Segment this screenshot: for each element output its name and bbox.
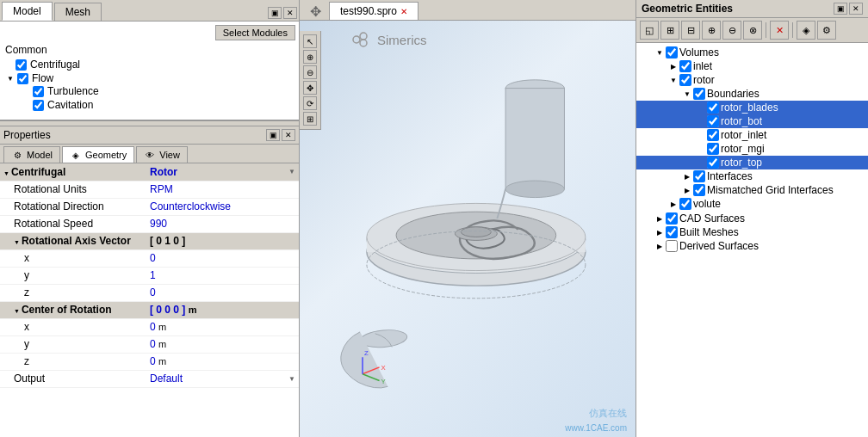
toolbar-remove-btn[interactable]: ⊟ bbox=[681, 21, 700, 40]
rotor-blades-checkbox[interactable] bbox=[707, 102, 719, 114]
inlet-checkbox[interactable] bbox=[679, 60, 691, 72]
rotor-expand-icon[interactable]: ▼ bbox=[667, 77, 679, 84]
props-section-centrifugal: ▼Centrifugal bbox=[0, 163, 146, 181]
centrifugal-checkbox[interactable] bbox=[16, 59, 27, 71]
toolbar-settings-btn[interactable]: ⚙ bbox=[817, 21, 836, 40]
cor-z-value[interactable]: 0 m bbox=[146, 353, 299, 370]
toolbar-x-btn[interactable]: ✕ bbox=[770, 21, 789, 40]
nav-icon-3[interactable]: ⊖ bbox=[303, 65, 317, 79]
select-modules-button[interactable]: Select Modules bbox=[215, 25, 295, 40]
axis-x-value[interactable]: 0 bbox=[146, 249, 299, 267]
rotational-units-value[interactable]: RPM bbox=[146, 181, 299, 198]
cavitation-item[interactable]: Cavitation bbox=[22, 98, 294, 112]
list-item[interactable]: ▼ rotor bbox=[636, 73, 868, 87]
output-value[interactable]: Default ▼ bbox=[146, 370, 299, 387]
props-pin-button[interactable]: ▣ bbox=[266, 129, 280, 141]
nav-icon-4[interactable]: ✥ bbox=[303, 81, 317, 95]
list-item[interactable]: rotor_blades bbox=[636, 101, 868, 114]
rotor-inlet-checkbox[interactable] bbox=[707, 129, 719, 141]
mgi-expand-icon[interactable]: ▶ bbox=[681, 187, 693, 194]
tab-model[interactable]: Model bbox=[2, 2, 53, 21]
nav-icon-1[interactable]: ↖ bbox=[303, 34, 317, 48]
list-item[interactable]: ▶ Built Meshes bbox=[636, 225, 868, 239]
viewport-3d[interactable]: Simerics bbox=[300, 21, 636, 437]
tab-geometry-props[interactable]: ◈ Geometry bbox=[62, 146, 134, 163]
nav-icon-5[interactable]: ⟳ bbox=[303, 96, 317, 110]
close-panel-button[interactable]: ✕ bbox=[283, 7, 297, 19]
props-value-rotor[interactable]: Rotor ▼ bbox=[146, 163, 299, 181]
rotor-top-checkbox[interactable] bbox=[707, 157, 719, 169]
toolbar-expand-btn[interactable]: ⊕ bbox=[702, 21, 721, 40]
rotor-checkbox[interactable] bbox=[679, 74, 691, 86]
volumes-checkbox[interactable] bbox=[666, 46, 678, 58]
common-label: Common bbox=[5, 44, 294, 56]
cad-expand-icon[interactable]: ▶ bbox=[654, 215, 666, 223]
list-item[interactable]: ▼ Boundaries bbox=[636, 87, 868, 101]
centrifugal-item[interactable]: Centrifugal bbox=[5, 58, 294, 71]
rotor-inlet-expand-icon[interactable] bbox=[695, 132, 707, 139]
tab-model-props[interactable]: ⚙ Model bbox=[3, 146, 60, 163]
turbulence-item[interactable]: Turbulence bbox=[22, 84, 294, 98]
cor-y-value[interactable]: 0 m bbox=[146, 335, 299, 353]
rotor-top-expand-icon[interactable] bbox=[695, 159, 707, 167]
flow-checkbox[interactable] bbox=[17, 73, 28, 84]
list-item[interactable]: rotor_mgi bbox=[636, 142, 868, 156]
axis-y-value[interactable]: 1 bbox=[146, 267, 299, 284]
rotational-direction-value[interactable]: Counterclockwise bbox=[146, 198, 299, 215]
toolbar-geometry-btn[interactable]: ◈ bbox=[797, 21, 815, 40]
tab-view-props[interactable]: 👁 View bbox=[136, 146, 188, 163]
volute-checkbox[interactable] bbox=[679, 198, 691, 210]
list-item[interactable]: ▶ CAD Surfaces bbox=[636, 212, 868, 225]
rotor-blades-expand-icon[interactable] bbox=[695, 104, 707, 112]
list-item[interactable]: ▼ Volumes bbox=[636, 46, 868, 59]
tab-mesh[interactable]: Mesh bbox=[54, 3, 102, 21]
toolbar-delete-btn[interactable]: ⊗ bbox=[743, 21, 762, 40]
output-label: Output bbox=[0, 370, 146, 387]
axis-z-value[interactable]: 0 bbox=[146, 284, 299, 301]
geo-entities-tree: ▼ Volumes ▶ inlet bbox=[636, 43, 868, 437]
cor-x-value[interactable]: 0 m bbox=[146, 318, 299, 335]
interfaces-checkbox[interactable] bbox=[693, 170, 705, 182]
list-item[interactable]: ▶ volute bbox=[636, 197, 868, 211]
toolbar-collapse-btn[interactable]: ⊖ bbox=[722, 21, 741, 40]
list-item[interactable]: ▶ Derived Surfaces bbox=[636, 239, 868, 253]
viewport-tab[interactable]: test990.spro ✕ bbox=[329, 2, 418, 20]
list-item[interactable]: rotor_top bbox=[636, 156, 868, 169]
nav-icon-6[interactable]: ⊞ bbox=[303, 112, 317, 126]
flow-expand-icon[interactable]: ▼ bbox=[7, 75, 14, 83]
interfaces-expand-icon[interactable]: ▶ bbox=[681, 173, 693, 181]
volute-expand-icon[interactable]: ▶ bbox=[667, 200, 679, 208]
list-item[interactable]: rotor_bot bbox=[636, 114, 868, 128]
boundaries-expand-icon[interactable]: ▼ bbox=[681, 90, 693, 98]
viewport-close-button[interactable]: ✕ bbox=[400, 7, 407, 16]
cavitation-checkbox[interactable] bbox=[33, 100, 44, 111]
turbulence-checkbox[interactable] bbox=[33, 86, 44, 97]
pin-button[interactable]: ▣ bbox=[268, 7, 282, 19]
rotor-bot-checkbox[interactable] bbox=[707, 115, 719, 127]
right-pin-button[interactable]: ▣ bbox=[834, 3, 847, 15]
output-dropdown-arrow[interactable]: ▼ bbox=[288, 375, 295, 383]
nav-icon-2[interactable]: ⊕ bbox=[303, 50, 317, 64]
toolbar-select-btn[interactable]: ◱ bbox=[640, 21, 659, 40]
rotor-dropdown-arrow[interactable]: ▼ bbox=[288, 168, 295, 175]
cad-checkbox[interactable] bbox=[666, 212, 678, 225]
derived-surfaces-checkbox[interactable] bbox=[666, 240, 678, 252]
rotor-mgi-checkbox[interactable] bbox=[707, 143, 719, 155]
rotor-bot-expand-icon[interactable] bbox=[695, 118, 707, 126]
props-close-button[interactable]: ✕ bbox=[282, 129, 295, 141]
built-meshes-expand-icon[interactable]: ▶ bbox=[654, 229, 666, 237]
list-item[interactable]: ▶ Mismatched Grid Interfaces bbox=[636, 183, 868, 197]
list-item[interactable]: rotor_inlet bbox=[636, 128, 868, 142]
rotor-mgi-expand-icon[interactable] bbox=[695, 145, 707, 153]
inlet-expand-icon[interactable]: ▶ bbox=[667, 63, 679, 71]
list-item[interactable]: ▶ Interfaces bbox=[636, 169, 868, 183]
derived-expand-icon[interactable]: ▶ bbox=[654, 243, 666, 250]
boundaries-checkbox[interactable] bbox=[693, 88, 705, 100]
built-meshes-checkbox[interactable] bbox=[666, 226, 678, 238]
toolbar-add-btn[interactable]: ⊞ bbox=[660, 21, 679, 40]
mgi-checkbox[interactable] bbox=[693, 184, 705, 196]
volumes-expand-icon[interactable]: ▼ bbox=[654, 49, 666, 57]
rotational-speed-value[interactable]: 990 bbox=[146, 215, 299, 232]
list-item[interactable]: ▶ inlet bbox=[636, 59, 868, 73]
right-close-button[interactable]: ✕ bbox=[849, 3, 863, 15]
